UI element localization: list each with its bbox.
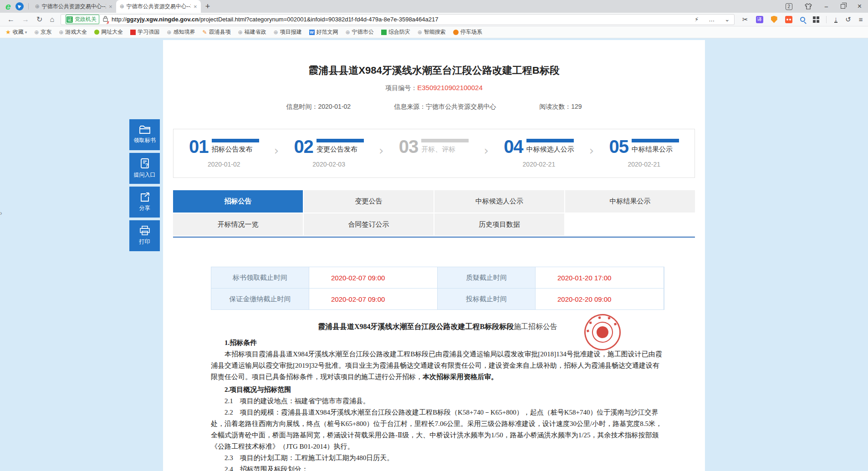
bookmark-item[interactable]: ⊕宁德市公	[346, 28, 374, 36]
bookmark-item[interactable]: W好范文网	[309, 28, 338, 36]
minimize-button[interactable]: −	[824, 3, 828, 10]
new-tab-button[interactable]: +	[205, 2, 210, 11]
translate-icon[interactable]: 译	[756, 16, 763, 23]
pencil-icon: ✎	[202, 29, 207, 35]
site-favicon-icon	[130, 30, 136, 35]
step-number: 05	[609, 138, 629, 155]
step-bar	[526, 139, 574, 142]
globe-favicon-icon: ⊕	[120, 3, 124, 10]
bookmark-item[interactable]: 停车场系	[453, 28, 482, 36]
tab-list-button[interactable]: 2	[786, 3, 792, 10]
restore-button[interactable]	[841, 4, 845, 9]
theme-skin-icon[interactable]	[805, 3, 812, 10]
bookmarks-root[interactable]: ★ 收藏 ▾	[5, 28, 27, 36]
insecure-lock-icon[interactable]: ✗	[103, 15, 108, 24]
side-panel-expander[interactable]: ›	[0, 209, 2, 217]
navigator-icon[interactable]	[15, 2, 24, 10]
address-bar[interactable]: 证 党政机关 ✗ http://ggzyjy.xgw.ningde.gov.cn…	[61, 14, 735, 25]
bookmark-item[interactable]: 网址大全	[94, 28, 123, 36]
timeline-step-1: 01 招标公告发布 2020-01-02	[189, 138, 259, 168]
deadline-label: 质疑截止时间	[438, 267, 535, 288]
get-bid-doc-button[interactable]: 领取标书	[129, 119, 160, 150]
home-button[interactable]: ⌂	[50, 15, 54, 24]
bookmark-label: 京东	[41, 28, 51, 36]
globe-favicon-icon: ⊕	[346, 29, 350, 35]
print-button[interactable]: 打印	[129, 220, 160, 251]
bookmark-item[interactable]: ⊕游戏大全	[59, 28, 87, 36]
info-time: 信息时间：2020-01-02	[286, 103, 351, 111]
step-label: 变更公告发布	[317, 145, 364, 154]
deadline-value: 2020-02-20 09:00	[536, 289, 664, 309]
history-undo-icon[interactable]: ↺	[845, 15, 851, 24]
security-shield-icon[interactable]	[771, 16, 777, 23]
step-label: 招标公告发布	[212, 145, 259, 154]
button-label: 提问入口	[134, 171, 156, 179]
button-label: 领取标书	[134, 137, 156, 144]
announcement-body: 1.招标条件 本招标项目霞浦县县道X984牙溪线水潮至台江段公路改建工程B标段已…	[211, 336, 664, 471]
tab-change-announcement[interactable]: 变更公告	[304, 190, 434, 213]
tab-history-data[interactable]: 历史项目数据	[434, 213, 564, 236]
window-controls: 2 − ×	[786, 2, 868, 10]
downloads-icon[interactable]: ↓	[834, 16, 838, 23]
more-options-icon[interactable]: …	[709, 16, 715, 23]
tab-close-icon[interactable]: ×	[194, 3, 197, 10]
caret-down-icon: ▾	[25, 30, 27, 35]
bookmark-item[interactable]: ✎霞浦县项	[202, 28, 230, 36]
tab-close-icon[interactable]: ×	[109, 3, 112, 10]
bookmark-item[interactable]: ⊕福建省政	[238, 28, 266, 36]
dropdown-icon[interactable]: ⌄	[725, 16, 730, 23]
globe-favicon-icon: ⊕	[238, 29, 242, 35]
bookmark-item[interactable]: 学习强国	[130, 28, 159, 36]
timeline-step-3: 03 开标、评标	[399, 138, 469, 168]
url-text[interactable]: http://ggzyjy.xgw.ningde.gov.cn/projectD…	[112, 16, 684, 23]
globe-favicon-icon: ⊕	[59, 29, 63, 35]
tab-candidate-publicity[interactable]: 中标候选人公示	[434, 190, 564, 213]
step-date: 2020-02-03	[294, 161, 364, 168]
bookmark-item[interactable]: ⊕感知境界	[167, 28, 195, 36]
deadline-label: 标书领取截止时间	[211, 267, 309, 288]
bookmark-label: 福建省政	[245, 28, 266, 36]
tab-contract-signing[interactable]: 合同签订公示	[304, 213, 434, 236]
share-button[interactable]: 分享	[129, 187, 160, 218]
url-path: /projectDetail.html?categorynum=002001&i…	[199, 16, 438, 23]
apps-grid-icon[interactable]	[813, 16, 819, 23]
info-views: 阅读次数：129	[539, 103, 582, 111]
meta-info-row: 信息时间：2020-01-02 信息来源：宁德市公共资源交易中心 阅读次数：12…	[163, 103, 705, 111]
tab-result-publicity[interactable]: 中标结果公示	[565, 190, 695, 213]
browser-tab-2-active[interactable]: ⊕ 宁德市公共资源交易中心--项目 ×	[116, 0, 201, 13]
deadline-label: 投标截止时间	[438, 289, 535, 309]
forward-button[interactable]: →	[22, 15, 29, 24]
step-bar	[212, 139, 259, 142]
deadline-table: 标书领取截止时间 2020-02-07 09:00 质疑截止时间 2020-01…	[211, 267, 664, 310]
games-icon[interactable]	[785, 16, 792, 23]
step-number: 01	[189, 138, 209, 155]
step-number: 04	[504, 138, 523, 155]
star-icon: ★	[5, 29, 11, 35]
close-window-button[interactable]: ×	[858, 2, 862, 10]
section-title: 1.招标条件	[211, 337, 664, 349]
bookmark-item[interactable]: 综合防灾	[381, 28, 410, 36]
bookmark-item[interactable]: ⊕项目报建	[274, 28, 302, 36]
browser-tab-1[interactable]: ⊕ 宁德市公共资源交易中心--工程 ×	[31, 0, 116, 13]
menu-icon[interactable]: ≡	[859, 15, 863, 23]
chevron-right-icon: ›	[274, 144, 279, 157]
search-icon[interactable]	[800, 17, 805, 22]
ask-question-button[interactable]: ? 提问入口	[129, 153, 160, 184]
browser-logo-icon[interactable]: e	[5, 0, 11, 13]
site-cert-badge[interactable]: 证 党政机关	[66, 15, 99, 24]
bookmark-item[interactable]: ⊕智能搜索	[418, 28, 446, 36]
screenshot-scissors-icon[interactable]: ✂	[742, 15, 748, 24]
tab-bid-opening[interactable]: 开标情况一览	[173, 213, 303, 236]
tab-title: 宁德市公共资源交易中心--项目	[127, 3, 191, 10]
url-prefix: http://	[112, 16, 127, 23]
bookmark-item[interactable]: ⊕京东	[34, 28, 51, 36]
bookmark-label: 学习强国	[138, 28, 159, 36]
site-favicon-icon	[94, 30, 99, 35]
back-button[interactable]: ←	[7, 15, 15, 24]
chevron-right-icon: ›	[589, 144, 594, 157]
step-date	[399, 161, 469, 168]
reload-button[interactable]: ↻	[36, 15, 42, 24]
browser-tab-bar: e ⊕ 宁德市公共资源交易中心--工程 × ⊕ 宁德市公共资源交易中心--项目 …	[0, 0, 868, 13]
accelerate-icon[interactable]: ⚡	[694, 16, 699, 23]
tab-bid-announcement[interactable]: 招标公告	[173, 190, 303, 213]
